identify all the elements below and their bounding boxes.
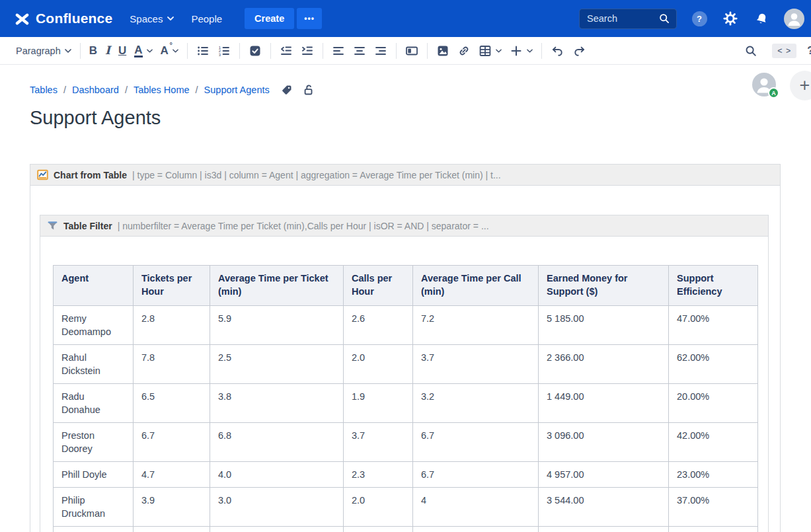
breadcrumb-link-support-agents[interactable]: Support Agents bbox=[204, 85, 270, 95]
confluence-logo-icon bbox=[15, 11, 30, 26]
bullet-list-icon bbox=[196, 44, 210, 57]
chart-macro-header[interactable]: Chart from Table | type = Column | is3d … bbox=[30, 165, 780, 186]
table-cell: 3.7 bbox=[413, 345, 539, 384]
nav-avatar[interactable] bbox=[784, 9, 804, 29]
table-cell: 47.00% bbox=[669, 306, 758, 345]
insert-more-dropdown[interactable] bbox=[506, 42, 537, 60]
undo-button[interactable] bbox=[547, 42, 568, 60]
search-input[interactable] bbox=[587, 13, 658, 24]
table-row: Philip Druckman3.93.02.043 544.0037.00% bbox=[54, 488, 758, 527]
breadcrumb-link-tables[interactable]: Tables bbox=[30, 85, 58, 95]
table-cell: 5 185.00 bbox=[539, 306, 669, 345]
table-cell: 2 366.00 bbox=[539, 345, 669, 384]
settings-button[interactable] bbox=[722, 10, 739, 27]
text-color-icon: A bbox=[134, 44, 142, 57]
bold-button[interactable]: B bbox=[85, 42, 101, 59]
column-header: Agent bbox=[54, 266, 134, 306]
table-cell: 3.8 bbox=[210, 384, 344, 423]
table-filter-macro[interactable]: Table Filter | numberfilter = Average Ti… bbox=[40, 215, 769, 532]
table-cell bbox=[134, 527, 210, 532]
toolbar-right-group: < > ? bbox=[740, 42, 806, 60]
table-cell: Radu Donahue bbox=[54, 384, 134, 423]
table-cell: 4.7 bbox=[134, 462, 210, 488]
align-center-icon bbox=[353, 44, 366, 57]
source-editor-button[interactable]: < > bbox=[772, 44, 796, 58]
column-header: Calls per Hour bbox=[344, 266, 413, 306]
avatar-icon bbox=[784, 9, 804, 29]
filter-macro-header[interactable]: Table Filter | numberfilter = Average Ti… bbox=[40, 215, 768, 237]
task-checkbox-icon bbox=[249, 44, 262, 57]
toolbar-divider bbox=[187, 43, 188, 59]
outdent-button[interactable] bbox=[276, 42, 297, 60]
table-icon bbox=[479, 44, 492, 57]
redo-icon bbox=[572, 44, 586, 57]
indent-button[interactable] bbox=[297, 42, 318, 60]
create-button[interactable]: Create bbox=[245, 8, 294, 29]
table-header-row: AgentTickets per HourAverage Time per Ti… bbox=[54, 266, 758, 306]
quick-create-button[interactable]: + bbox=[790, 71, 811, 100]
insert-table-dropdown[interactable] bbox=[475, 42, 506, 60]
table-cell: 37.00% bbox=[669, 488, 758, 527]
labels-tag-icon[interactable] bbox=[281, 84, 293, 96]
top-navbar: Confluence Spaces People Create ••• bbox=[0, 0, 811, 37]
toolbar-divider bbox=[427, 43, 428, 59]
nav-spaces[interactable]: Spaces bbox=[130, 13, 174, 24]
indent-icon bbox=[301, 44, 314, 57]
chart-from-table-macro[interactable]: Chart from Table | type = Column | is3d … bbox=[30, 164, 781, 532]
search-box[interactable] bbox=[579, 9, 677, 29]
table-cell: 7.8 bbox=[134, 345, 210, 384]
create-more-button[interactable]: ••• bbox=[297, 8, 322, 29]
page-layout-button[interactable] bbox=[401, 42, 422, 60]
redo-button[interactable] bbox=[568, 42, 590, 60]
italic-button[interactable]: I bbox=[101, 42, 114, 59]
filter-macro-title: Table Filter bbox=[63, 221, 112, 231]
breadcrumb-link-tables-home[interactable]: Tables Home bbox=[134, 85, 190, 95]
table-row bbox=[54, 527, 758, 532]
table-cell: 3.7 bbox=[344, 423, 413, 462]
chart-macro-body: Table Filter | numberfilter = Average Ti… bbox=[30, 186, 780, 532]
toolbar-divider bbox=[541, 43, 542, 59]
insert-files-button[interactable] bbox=[432, 42, 453, 60]
outdent-icon bbox=[280, 44, 293, 57]
toolbar-divider bbox=[396, 43, 397, 59]
bullet-list-button[interactable] bbox=[192, 42, 213, 60]
table-row: Rahul Dickstein7.82.52.03.72 366.0062.00… bbox=[54, 345, 758, 384]
table-cell: 6.7 bbox=[413, 462, 539, 488]
help-icon: ? bbox=[692, 11, 707, 26]
table-cell: 3 544.00 bbox=[539, 488, 669, 527]
table-cell: 6.7 bbox=[413, 423, 539, 462]
text-style-dropdown[interactable]: A° bbox=[157, 42, 182, 59]
contributor-avatar[interactable]: A bbox=[752, 73, 776, 96]
table-cell: 3.2 bbox=[413, 384, 539, 423]
column-header: Average Time per Ticket (min) bbox=[210, 266, 344, 306]
table-cell: 1 449.00 bbox=[539, 384, 669, 423]
create-group: Create ••• bbox=[245, 8, 322, 29]
breadcrumb: Tables / Dashboard / Tables Home / Suppo… bbox=[30, 84, 781, 96]
align-right-button[interactable] bbox=[370, 42, 391, 60]
nav-people[interactable]: People bbox=[191, 13, 222, 24]
notifications-button[interactable] bbox=[753, 10, 770, 27]
column-header: Support Efficiency bbox=[669, 266, 758, 306]
help-button[interactable]: ? bbox=[691, 10, 708, 27]
align-center-button[interactable] bbox=[349, 42, 370, 60]
task-list-button[interactable] bbox=[245, 42, 266, 60]
confluence-logo[interactable]: Confluence bbox=[15, 11, 112, 26]
insert-link-button[interactable] bbox=[453, 42, 475, 60]
chart-macro-title: Chart from Table bbox=[54, 170, 127, 180]
editor-help-button[interactable]: ? bbox=[807, 45, 811, 57]
status-badge: A bbox=[768, 87, 779, 98]
text-color-dropdown[interactable]: A bbox=[130, 42, 156, 60]
paragraph-style-dropdown[interactable]: Paragraph bbox=[12, 43, 75, 59]
breadcrumb-link-dashboard[interactable]: Dashboard bbox=[72, 85, 119, 95]
table-cell: 6.8 bbox=[210, 423, 344, 462]
numbered-list-button[interactable]: 123 bbox=[213, 42, 235, 60]
unlock-icon[interactable] bbox=[303, 84, 315, 96]
page-meta-icons bbox=[281, 84, 315, 96]
chart-macro-params: | type = Column | is3d | column = Agent … bbox=[132, 170, 501, 180]
chevron-down-icon bbox=[527, 49, 533, 53]
underline-button[interactable]: U bbox=[114, 42, 130, 59]
editor-toolbar: Paragraph B I U A A° 123 bbox=[0, 37, 811, 65]
table-cell: 3.9 bbox=[134, 488, 210, 527]
find-replace-button[interactable] bbox=[740, 42, 761, 60]
align-left-button[interactable] bbox=[328, 42, 349, 60]
